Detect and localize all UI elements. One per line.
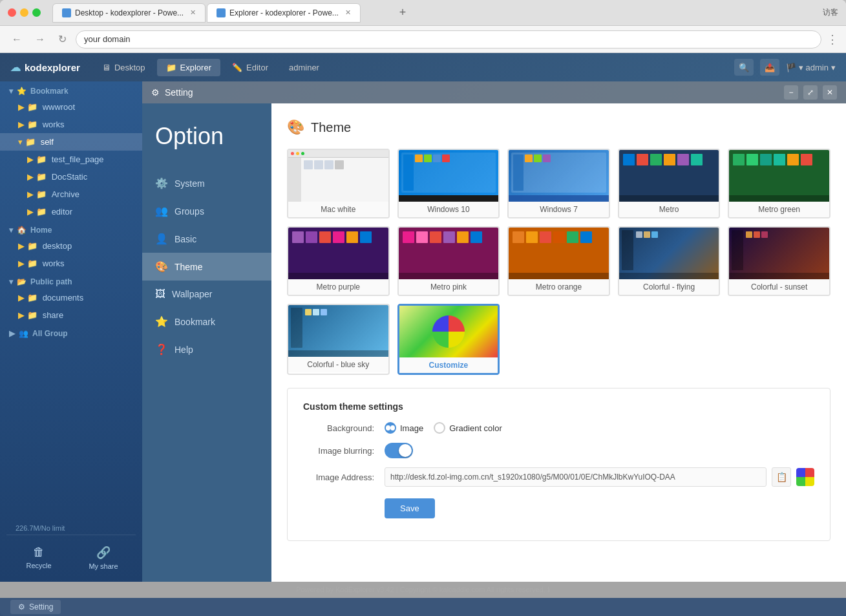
sidebar-item-desktop[interactable]: ▶ 📁 desktop (0, 237, 142, 255)
sidebar-group-home[interactable]: ▾ 🏠 Home (0, 220, 142, 237)
theme-colorful-flying[interactable]: Colorful - flying (618, 226, 721, 296)
basic-icon: 👤 (155, 233, 168, 245)
theme-label-windows10: Windows 10 (399, 202, 499, 217)
theme-colorful-bluesky[interactable]: Colorful - blue sky (287, 304, 390, 375)
sidebar-item-archive[interactable]: ▶ 📁 Archive (0, 186, 142, 203)
app-header-right: 🔍 📤 🏴 ▾ admin ▾ (734, 59, 836, 76)
theme-metro-pink[interactable]: Metro pink (397, 226, 500, 296)
folder-icon-test: ▶ 📁 (27, 154, 47, 164)
back-button[interactable]: ← (8, 31, 26, 48)
minimize-button[interactable] (20, 8, 28, 17)
close-button[interactable] (8, 8, 16, 17)
option-basic[interactable]: 👤 Basic (142, 225, 271, 253)
theme-label-customize: Customize (399, 357, 498, 373)
basic-label: Basic (174, 234, 196, 244)
maximize-button[interactable] (32, 8, 41, 17)
bookmark-menu-icon: ⭐ (155, 315, 168, 328)
custom-settings-title: Custom theme settings (303, 401, 814, 412)
option-help[interactable]: ❓ Help (142, 335, 271, 363)
option-groups[interactable]: 👥 Groups (142, 197, 271, 225)
home-caret-icon: ▾ (9, 226, 13, 235)
browser-frame: Desktop - kodexplorer - Powe... ✕ Explor… (0, 0, 846, 616)
option-bookmark[interactable]: ⭐ Bookmark (142, 308, 271, 335)
nav-desktop-icon: 🖥 (102, 63, 111, 72)
image-radio-option[interactable]: Image (385, 422, 423, 434)
sidebar-item-editor[interactable]: ▶ 📁 editor (0, 203, 142, 220)
option-system[interactable]: ⚙️ System (142, 169, 271, 197)
expand-window-button[interactable]: ⤢ (803, 85, 818, 100)
tab-close-2[interactable]: ✕ (345, 8, 351, 17)
colorful-logo-icon (796, 468, 814, 486)
recycle-label: Recycle (26, 562, 51, 569)
sidebar-item-test[interactable]: ▶ 📁 test_file_page (0, 151, 142, 168)
image-blurring-label: Image blurring: (303, 446, 374, 456)
home-icon: 🏠 (17, 226, 26, 235)
theme-metro-orange[interactable]: Metro orange (507, 226, 610, 296)
theme-mac-white[interactable]: Mac white (287, 149, 390, 218)
sidebar-item-self[interactable]: ▾ 📁 self (0, 133, 142, 151)
minimize-window-button[interactable]: − (784, 85, 798, 100)
theme-colorful-sunset[interactable]: Colorful - sunset (728, 226, 830, 296)
myshare-button[interactable]: 🔗 My share (71, 540, 136, 575)
theme-metro-purple[interactable]: Metro purple (287, 226, 390, 296)
option-wallpaper[interactable]: 🖼 Wallpaper (142, 281, 271, 308)
sidebar-item-wwwroot[interactable]: ▶ 📁 wwwroot (0, 98, 142, 116)
folder-icon-works2: ▶ 📁 (18, 259, 37, 268)
folder-icon-wwwroot: ▶ 📁 (18, 102, 37, 112)
nav-editor[interactable]: ✏️ Editor (223, 59, 277, 76)
help-icon: ❓ (155, 343, 168, 356)
nav-explorer[interactable]: 📁 Explorer (157, 59, 220, 76)
public-label: Public path (30, 277, 72, 286)
theme-windows7[interactable]: Windows 7 (507, 149, 610, 218)
nav-adminer-label: adminer (289, 63, 319, 72)
sidebar-group-bookmark[interactable]: ▾ ⭐ Bookmark (0, 81, 142, 98)
header-user-menu[interactable]: 🏴 ▾ admin ▾ (786, 63, 836, 72)
tab-close-1[interactable]: ✕ (190, 8, 196, 17)
gradient-radio-option[interactable]: Gradient color (434, 422, 502, 434)
close-window-button[interactable]: ✕ (823, 85, 837, 100)
option-theme[interactable]: 🎨 Theme (142, 253, 271, 281)
app-main: ▾ ⭐ Bookmark ▶ 📁 wwwroot ▶ 📁 works ▾ 📁 s… (0, 81, 846, 582)
image-address-input[interactable] (385, 467, 767, 487)
sidebar-item-share[interactable]: ▶ 📁 share (0, 306, 142, 324)
admin-label: admin (806, 63, 829, 72)
theme-label-mac-white: Mac white (288, 202, 388, 217)
sidebar-item-docstatic[interactable]: ▶ 📁 DocStatic (0, 168, 142, 186)
url-bar[interactable] (76, 30, 821, 48)
setting-tab[interactable]: ⚙ Setting (10, 600, 61, 614)
nav-desktop[interactable]: 🖥 Desktop (93, 59, 154, 76)
theme-metro[interactable]: Metro (618, 149, 721, 218)
header-upload-button[interactable]: 📤 (760, 59, 779, 76)
header-search-button[interactable]: 🔍 (734, 59, 754, 76)
theme-metro-green[interactable]: Metro green (728, 149, 830, 218)
theme-preview-colorful-bluesky (288, 305, 388, 357)
image-blurring-toggle[interactable] (385, 443, 413, 458)
theme-preview-metro-purple (288, 228, 388, 279)
browser-tab-1[interactable]: Desktop - kodexplorer - Powe... ✕ (52, 3, 206, 23)
sidebar-item-works[interactable]: ▶ 📁 works (0, 116, 142, 133)
theme-windows10[interactable]: Windows 10 (397, 149, 500, 218)
sidebar-group-allgroup[interactable]: ▶ 👥 All Group (0, 324, 142, 341)
nav-adminer[interactable]: adminer (280, 59, 328, 76)
sidebar-item-documents[interactable]: ▶ 📁 documents (0, 289, 142, 306)
browser-tab-2[interactable]: Explorer - kodexplorer - Powe... ✕ (207, 3, 361, 23)
browse-button[interactable]: 📋 (772, 467, 791, 487)
new-tab-button[interactable]: + (396, 6, 410, 19)
sidebar-group-public[interactable]: ▾ 📂 Public path (0, 272, 142, 289)
user-label: ▾ (799, 63, 803, 72)
setting-gear-icon: ⚙ (18, 602, 25, 611)
setting-titlebar: ⚙ Setting − ⤢ ✕ (142, 81, 846, 103)
sidebar-item-works2[interactable]: ▶ 📁 works (0, 255, 142, 272)
background-row: Background: Image (303, 422, 814, 434)
theme-customize[interactable]: Customize (397, 304, 500, 375)
recycle-button[interactable]: 🗑 Recycle (6, 540, 71, 575)
forward-button[interactable]: → (31, 31, 49, 48)
browser-menu-button[interactable]: ⋮ (827, 32, 838, 47)
option-title: Option (142, 116, 271, 169)
tab-favicon-2 (217, 8, 226, 17)
nav-explorer-label: Explorer (180, 63, 211, 72)
image-radio[interactable] (385, 422, 396, 434)
gradient-radio[interactable] (434, 422, 445, 434)
refresh-button[interactable]: ↻ (54, 30, 70, 48)
save-button[interactable]: Save (385, 498, 435, 518)
